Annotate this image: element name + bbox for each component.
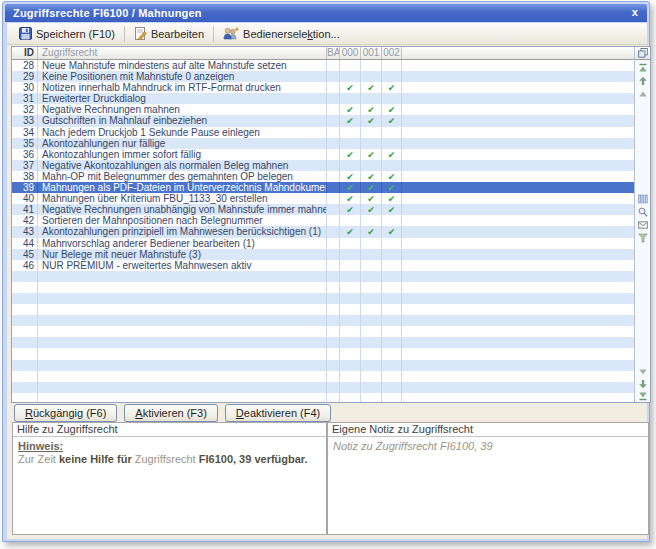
cell-ba[interactable] bbox=[327, 171, 340, 182]
cell-ba[interactable] bbox=[327, 249, 340, 260]
cell-check[interactable] bbox=[382, 260, 402, 271]
button-r-ckg-ngig-f6[interactable]: Rückgängig (F6) bbox=[14, 404, 117, 422]
cell-check[interactable] bbox=[340, 60, 361, 71]
cell-check[interactable] bbox=[340, 138, 361, 149]
cell-check[interactable] bbox=[361, 71, 382, 82]
grid-row[interactable]: 29Keine Positionen mit Mahnstufe 0 anzei… bbox=[12, 71, 634, 82]
cell-ba[interactable] bbox=[327, 127, 340, 138]
cell-check[interactable] bbox=[340, 249, 361, 260]
cell-check[interactable]: ✔ bbox=[361, 82, 382, 93]
cell-ba[interactable] bbox=[327, 149, 340, 160]
toolbar-button-speichern-f10[interactable]: Speichern (F10) bbox=[13, 25, 121, 42]
cell-check[interactable]: ✔ bbox=[361, 104, 382, 115]
down-triangle-icon[interactable] bbox=[638, 367, 648, 377]
cell-check[interactable] bbox=[340, 93, 361, 104]
grid-row[interactable]: 44Mahnvorschlag anderer Bediener bearbei… bbox=[12, 238, 634, 249]
column-header-001[interactable]: 001 bbox=[361, 47, 382, 59]
cell-check[interactable] bbox=[361, 238, 382, 249]
cell-check[interactable]: ✔ bbox=[340, 115, 361, 126]
grid-row[interactable]: 42Sortieren der Mahnpositionen nach Bele… bbox=[12, 215, 634, 226]
cell-check[interactable] bbox=[361, 249, 382, 260]
grid-row-empty[interactable] bbox=[12, 315, 634, 326]
cell-check[interactable] bbox=[382, 138, 402, 149]
cell-check[interactable]: ✔ bbox=[361, 149, 382, 160]
grid-row[interactable]: 46NUR PREMIUM - erweitertes Mahnwesen ak… bbox=[12, 260, 634, 271]
cell-check[interactable] bbox=[340, 238, 361, 249]
cell-check[interactable]: ✔ bbox=[361, 226, 382, 237]
cell-ba[interactable] bbox=[327, 138, 340, 149]
cell-check[interactable] bbox=[340, 260, 361, 271]
cell-ba[interactable] bbox=[327, 204, 340, 215]
cell-check[interactable] bbox=[340, 71, 361, 82]
cell-check[interactable]: ✔ bbox=[382, 149, 402, 160]
grid-row[interactable]: 30Notizen innerhalb Mahndruck im RTF-For… bbox=[12, 82, 634, 93]
grid-row-empty[interactable] bbox=[12, 304, 634, 315]
grid-row-selected[interactable]: 39Mahnungen als PDF-Dateien im Unterverz… bbox=[12, 182, 634, 193]
grid-row-empty[interactable] bbox=[12, 393, 634, 402]
column-header-ba[interactable]: BA bbox=[327, 47, 340, 59]
scroll-top-icon[interactable] bbox=[638, 63, 648, 73]
note-content[interactable]: Notiz zu Zugriffsrecht FI6100, 39 bbox=[328, 437, 648, 455]
cell-check[interactable]: ✔ bbox=[361, 171, 382, 182]
grid-row[interactable]: 35Akontozahlungen nur fällige bbox=[12, 138, 634, 149]
cell-ba[interactable] bbox=[327, 193, 340, 204]
cell-check[interactable]: ✔ bbox=[340, 171, 361, 182]
button-aktivieren-f3[interactable]: Aktivieren (F3) bbox=[124, 404, 218, 422]
grid-row[interactable]: 37Negative Akontozahlungen als normalen … bbox=[12, 160, 634, 171]
grid-row[interactable]: 33Gutschriften in Mahnlauf einbeziehen✔✔… bbox=[12, 115, 634, 126]
grid-row-empty[interactable] bbox=[12, 271, 634, 282]
grid-row[interactable]: 41Negative Rechnungen unabhängig von Mah… bbox=[12, 204, 634, 215]
column-header-002[interactable]: 002 bbox=[382, 47, 402, 59]
cell-check[interactable]: ✔ bbox=[382, 115, 402, 126]
column-header-000[interactable]: 000 bbox=[340, 47, 361, 59]
cell-check[interactable] bbox=[382, 60, 402, 71]
cell-check[interactable] bbox=[382, 215, 402, 226]
titlebar[interactable]: Zugriffsrechte FI6100 / Mahnungen x bbox=[5, 4, 647, 22]
filter-icon[interactable] bbox=[638, 233, 648, 243]
grid-row[interactable]: 32Negative Rechnungen mahnen✔✔✔ bbox=[12, 104, 634, 115]
cell-check[interactable]: ✔ bbox=[361, 193, 382, 204]
cell-ba[interactable] bbox=[327, 71, 340, 82]
cell-check[interactable]: ✔ bbox=[340, 104, 361, 115]
cell-ba[interactable] bbox=[327, 226, 340, 237]
grid-row-empty[interactable] bbox=[12, 382, 634, 393]
grid-row-empty[interactable] bbox=[12, 337, 634, 348]
cell-check[interactable]: ✔ bbox=[340, 182, 361, 193]
cell-check[interactable]: ✔ bbox=[361, 204, 382, 215]
cell-ba[interactable] bbox=[327, 115, 340, 126]
cell-check[interactable] bbox=[361, 138, 382, 149]
cell-check[interactable] bbox=[361, 127, 382, 138]
cell-check[interactable]: ✔ bbox=[382, 171, 402, 182]
cell-check[interactable]: ✔ bbox=[340, 204, 361, 215]
cell-check[interactable]: ✔ bbox=[382, 182, 402, 193]
cell-ba[interactable] bbox=[327, 215, 340, 226]
columns-icon[interactable] bbox=[638, 194, 648, 204]
cell-ba[interactable] bbox=[327, 93, 340, 104]
cell-check[interactable] bbox=[382, 71, 402, 82]
cell-check[interactable] bbox=[340, 215, 361, 226]
cell-check[interactable] bbox=[361, 93, 382, 104]
cell-check[interactable] bbox=[382, 127, 402, 138]
cell-check[interactable] bbox=[382, 93, 402, 104]
grid-row-empty[interactable] bbox=[12, 360, 634, 371]
button-deaktivieren-f4[interactable]: Deaktivieren (F4) bbox=[225, 404, 331, 422]
column-header-id[interactable]: ID bbox=[12, 47, 38, 59]
grid-row-empty[interactable] bbox=[12, 348, 634, 359]
grid-row[interactable]: 43Akontozahlungen prinzipiell im Mahnwes… bbox=[12, 226, 634, 237]
cell-check[interactable] bbox=[382, 160, 402, 171]
cell-check[interactable]: ✔ bbox=[382, 226, 402, 237]
cell-check[interactable]: ✔ bbox=[361, 182, 382, 193]
cell-check[interactable] bbox=[382, 249, 402, 260]
grid-row[interactable]: 34Nach jedem Druckjob 1 Sekunde Pause ei… bbox=[12, 127, 634, 138]
cell-check[interactable]: ✔ bbox=[382, 204, 402, 215]
grid-row[interactable]: 31Erweiterter Druckdialog bbox=[12, 93, 634, 104]
cell-ba[interactable] bbox=[327, 60, 340, 71]
cell-check[interactable] bbox=[361, 60, 382, 71]
cell-ba[interactable] bbox=[327, 238, 340, 249]
grid-row-empty[interactable] bbox=[12, 326, 634, 337]
cell-check[interactable]: ✔ bbox=[382, 104, 402, 115]
cell-ba[interactable] bbox=[327, 160, 340, 171]
up-triangle-icon[interactable] bbox=[638, 89, 648, 99]
toolbar-button-bedienerselektion[interactable]: Bedienerselektion... bbox=[217, 25, 346, 42]
cell-check[interactable]: ✔ bbox=[382, 193, 402, 204]
